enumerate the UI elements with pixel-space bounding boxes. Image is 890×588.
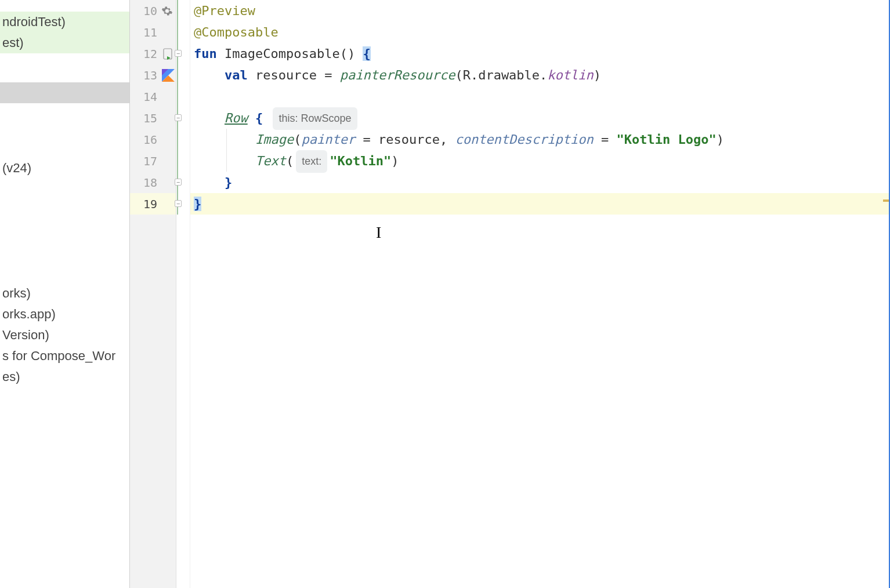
- gutter-line[interactable]: 18: [130, 172, 176, 193]
- arg-resource: resource: [378, 132, 440, 147]
- warning-marker[interactable]: [883, 199, 889, 202]
- line-number: 16: [143, 133, 157, 147]
- code-editor[interactable]: @Preview @Composable fun ImageComposable…: [190, 0, 890, 588]
- project-sidebar[interactable]: ndroidTest) est) (v24) orks) orks.app) V…: [0, 0, 130, 588]
- drawable: drawable: [478, 68, 540, 82]
- code-line[interactable]: }: [190, 172, 890, 193]
- gutter-line[interactable]: 13: [130, 64, 176, 86]
- param-painter: painter: [301, 132, 355, 147]
- code-line-blank[interactable]: [190, 86, 890, 107]
- function-name: ImageComposable: [225, 46, 340, 61]
- call-painterresource: painterResource: [340, 68, 455, 82]
- gutter-line[interactable]: 11: [130, 21, 176, 43]
- code-line[interactable]: @Preview: [190, 0, 890, 21]
- annotation: @Preview: [194, 3, 255, 18]
- code-line[interactable]: @Composable: [190, 21, 890, 43]
- inlay-hint: this: RowScope: [273, 107, 357, 130]
- code-line[interactable]: Image(painter = resource, contentDescrip…: [190, 129, 890, 150]
- line-number: 13: [143, 68, 157, 82]
- run-gutter-icon[interactable]: [163, 48, 175, 60]
- brace-close: }: [225, 175, 232, 190]
- brace-close-highlighted: }: [194, 197, 201, 211]
- line-number: 10: [143, 4, 157, 18]
- line-number: 17: [143, 154, 157, 168]
- gutter-line[interactable]: 12: [130, 43, 176, 64]
- annotation: @Composable: [194, 25, 278, 39]
- ide-window: ndroidTest) est) (v24) orks) orks.app) V…: [0, 0, 890, 588]
- gutter-line[interactable]: 10: [130, 0, 176, 21]
- tree-item[interactable]: Version): [0, 325, 129, 346]
- code-line[interactable]: fun ImageComposable() {: [190, 43, 890, 64]
- param-contentdescription: contentDescription: [455, 132, 593, 147]
- gutter-line[interactable]: 16: [130, 129, 176, 150]
- tree-item[interactable]: (v24): [0, 158, 129, 179]
- gutter-line-current[interactable]: 19: [130, 193, 176, 215]
- code-line[interactable]: Text(text:"Kotlin"): [190, 150, 890, 172]
- gutter-line[interactable]: 15: [130, 107, 176, 129]
- keyword-val: val: [225, 68, 248, 82]
- tree-item-selected[interactable]: [0, 82, 129, 103]
- string-literal: "Kotlin": [330, 154, 391, 168]
- gutter-line[interactable]: 17: [130, 150, 176, 172]
- brace-open-highlighted: {: [363, 46, 370, 61]
- line-number: 19: [143, 197, 157, 211]
- line-number: 12: [143, 47, 157, 61]
- code-line-current[interactable]: }: [190, 193, 890, 215]
- tree-item[interactable]: s for Compose_Wor: [0, 346, 129, 366]
- text-cursor-icon: I: [376, 222, 381, 243]
- code-line[interactable]: Row { this: RowScope: [190, 107, 890, 129]
- tree-item[interactable]: orks.app): [0, 304, 129, 325]
- string-literal: "Kotlin Logo": [617, 132, 717, 147]
- call-row: Row: [225, 111, 248, 125]
- fold-toggle-icon[interactable]: [175, 50, 182, 57]
- tree-item[interactable]: es): [0, 366, 129, 387]
- line-number: 11: [143, 26, 157, 39]
- fold-strip[interactable]: [176, 0, 190, 588]
- gear-icon[interactable]: [161, 5, 173, 17]
- tree-item[interactable]: orks): [0, 283, 129, 304]
- resource-id: kotlin: [547, 68, 593, 82]
- fold-toggle-icon[interactable]: [175, 200, 182, 207]
- r-class: R: [463, 68, 471, 82]
- call-text: Text: [255, 154, 286, 168]
- editor-gutter[interactable]: 10 11 12 13 1: [130, 0, 176, 588]
- tree-item[interactable]: ndroidTest): [0, 12, 129, 32]
- tree-item[interactable]: est): [0, 32, 129, 53]
- line-number: 14: [143, 90, 157, 104]
- gutter-line[interactable]: 14: [130, 86, 176, 107]
- variable-name: resource: [255, 68, 317, 82]
- keyword-fun: fun: [194, 46, 217, 61]
- kotlin-icon[interactable]: [162, 69, 175, 82]
- parens: (): [340, 46, 356, 61]
- inlay-hint: text:: [296, 150, 327, 173]
- line-number: 18: [143, 176, 157, 190]
- line-number: 15: [143, 111, 157, 125]
- code-line[interactable]: val resource = painterResource(R.drawabl…: [190, 64, 890, 86]
- fold-toggle-icon[interactable]: [175, 114, 182, 121]
- fold-toggle-icon[interactable]: [175, 179, 182, 186]
- call-image: Image: [255, 132, 294, 147]
